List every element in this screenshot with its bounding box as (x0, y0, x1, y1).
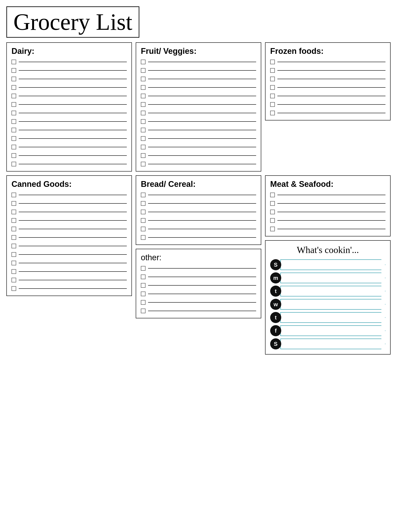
frozen-foods-list (270, 60, 385, 115)
checkbox[interactable] (11, 102, 16, 107)
list-item (11, 261, 127, 265)
checkbox[interactable] (11, 136, 16, 141)
checkbox[interactable] (11, 119, 16, 124)
list-item (141, 119, 256, 124)
checkbox[interactable] (141, 266, 146, 271)
checkbox[interactable] (141, 201, 146, 206)
checkbox[interactable] (141, 76, 146, 81)
checkbox[interactable] (141, 94, 146, 98)
check-line (148, 164, 256, 164)
checkbox[interactable] (141, 68, 146, 73)
checkbox[interactable] (11, 278, 16, 282)
list-item (141, 201, 256, 206)
checkbox[interactable] (11, 111, 16, 115)
checkbox[interactable] (11, 76, 16, 81)
check-line (19, 246, 127, 246)
checkbox[interactable] (11, 261, 16, 265)
checkbox[interactable] (11, 193, 16, 197)
list-item (141, 94, 256, 98)
checkbox[interactable] (141, 111, 146, 115)
checkbox[interactable] (141, 145, 146, 149)
checkbox[interactable] (141, 218, 146, 223)
checkbox[interactable] (270, 76, 275, 81)
day-row[interactable]: S (270, 338, 385, 349)
checkbox[interactable] (11, 145, 16, 149)
checkbox[interactable] (141, 283, 146, 288)
day-row[interactable]: f (270, 325, 385, 336)
checkbox[interactable] (141, 235, 146, 240)
checkbox[interactable] (141, 102, 146, 107)
checkbox[interactable] (270, 68, 275, 73)
check-line (277, 212, 385, 212)
checkbox[interactable] (270, 85, 275, 90)
checkbox[interactable] (11, 227, 16, 231)
day-arrow[interactable] (280, 339, 385, 349)
checkbox[interactable] (11, 244, 16, 248)
checkbox[interactable] (270, 227, 275, 231)
checkbox[interactable] (11, 68, 16, 73)
checkbox[interactable] (141, 119, 146, 124)
bread-cereal-section: Bread/ Cereal: (136, 175, 261, 245)
checkbox[interactable] (141, 153, 146, 158)
bread-cereal-list (141, 193, 256, 240)
day-row[interactable]: w (270, 299, 385, 310)
day-arrow[interactable] (280, 273, 385, 283)
day-badge: f (270, 325, 281, 336)
day-arrow[interactable] (280, 325, 385, 336)
checkbox[interactable] (11, 128, 16, 132)
col2-rows2-3: Bread/ Cereal: other: (136, 175, 261, 318)
checkbox[interactable] (270, 94, 275, 98)
checkbox[interactable] (141, 309, 146, 313)
day-arrow[interactable] (280, 312, 385, 323)
checkbox[interactable] (270, 111, 275, 115)
check-line (148, 70, 256, 71)
check-line (19, 113, 127, 113)
checkbox[interactable] (11, 269, 16, 274)
checkbox[interactable] (11, 153, 16, 158)
check-line (19, 271, 127, 272)
checkbox[interactable] (270, 218, 275, 223)
checkbox[interactable] (11, 218, 16, 223)
col3-rows2-3: Meat & Seafood: What's cookin'... Smtwtf… (265, 175, 391, 354)
checkbox[interactable] (141, 209, 146, 214)
checkbox[interactable] (270, 102, 275, 107)
day-row[interactable]: S (270, 259, 385, 270)
day-badge: w (270, 299, 281, 310)
day-arrow[interactable] (280, 259, 385, 270)
checkbox[interactable] (11, 94, 16, 98)
checkbox[interactable] (141, 227, 146, 231)
checkbox[interactable] (141, 193, 146, 197)
checkbox[interactable] (11, 252, 16, 257)
list-item (270, 85, 385, 90)
list-item (270, 68, 385, 73)
checkbox[interactable] (270, 60, 275, 64)
day-row[interactable]: t (270, 312, 385, 323)
checkbox[interactable] (11, 60, 16, 64)
checkbox[interactable] (270, 209, 275, 214)
checkbox[interactable] (270, 193, 275, 197)
day-row[interactable]: m (270, 272, 385, 284)
checkbox[interactable] (141, 162, 146, 166)
checkbox[interactable] (141, 292, 146, 296)
list-item (11, 136, 127, 141)
list-item (141, 300, 256, 305)
check-line (277, 96, 385, 96)
checkbox[interactable] (11, 235, 16, 240)
checkbox[interactable] (141, 60, 146, 64)
checkbox[interactable] (270, 201, 275, 206)
checkbox[interactable] (11, 162, 16, 166)
checkbox[interactable] (11, 209, 16, 214)
checkbox[interactable] (11, 286, 16, 291)
bread-cereal-title: Bread/ Cereal: (141, 180, 256, 189)
checkbox[interactable] (11, 201, 16, 206)
checkbox[interactable] (11, 85, 16, 90)
day-arrow[interactable] (280, 286, 385, 296)
checkbox[interactable] (141, 136, 146, 141)
list-item (141, 102, 256, 107)
checkbox[interactable] (141, 300, 146, 305)
checkbox[interactable] (141, 275, 146, 279)
checkbox[interactable] (141, 128, 146, 132)
checkbox[interactable] (141, 85, 146, 90)
day-row[interactable]: t (270, 285, 385, 297)
day-arrow[interactable] (280, 299, 385, 310)
